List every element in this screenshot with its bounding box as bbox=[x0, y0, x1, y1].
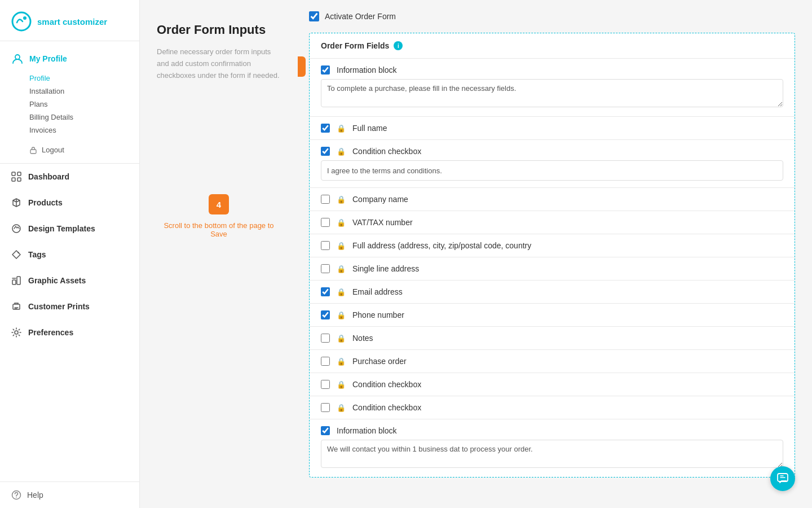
lock-icon-1: 🔒 bbox=[337, 124, 346, 133]
field-label-6: Single line address bbox=[352, 264, 783, 273]
my-profile-label: My Profile bbox=[29, 54, 67, 63]
info-tooltip-icon[interactable]: i bbox=[394, 41, 403, 50]
lock-icon-10: 🔒 bbox=[337, 357, 346, 366]
dashboard-label: Dashboard bbox=[28, 172, 69, 181]
svg-rect-3 bbox=[30, 150, 36, 154]
field-checkbox-6[interactable] bbox=[321, 264, 330, 273]
sidebar-item-graphic-assets[interactable]: Graphic Assets bbox=[0, 268, 139, 294]
main-content: Order Form Inputs Define necessary order… bbox=[140, 0, 812, 508]
field-textarea-0[interactable]: To complete a purchase, please fill in t… bbox=[321, 79, 783, 107]
page-description: Define necessary order form inputs and a… bbox=[157, 46, 281, 81]
profile-user-icon bbox=[11, 52, 24, 65]
sidebar-item-customer-prints[interactable]: Customer Prints bbox=[0, 294, 139, 319]
field-input-2[interactable] bbox=[321, 160, 783, 181]
svg-rect-7 bbox=[17, 178, 21, 181]
lock-icon-6: 🔒 bbox=[337, 265, 346, 273]
sidebar-item-dashboard[interactable]: Dashboard bbox=[0, 164, 139, 190]
svg-rect-10 bbox=[12, 280, 16, 284]
products-label: Products bbox=[28, 198, 63, 207]
activate-order-form-checkbox[interactable] bbox=[309, 11, 319, 21]
chat-icon bbox=[776, 472, 789, 485]
subnav-invoices[interactable]: Invoices bbox=[29, 124, 139, 137]
svg-point-2 bbox=[15, 55, 20, 59]
subnav-billing[interactable]: Billing Details bbox=[29, 111, 139, 124]
svg-rect-5 bbox=[17, 172, 21, 176]
design-templates-icon bbox=[11, 224, 21, 234]
form-panel: 3 Activate Order Form Order Form Fields … bbox=[298, 0, 812, 508]
field-checkbox-0[interactable] bbox=[321, 65, 330, 75]
svg-point-9 bbox=[17, 252, 19, 253]
order-form-fields-title: Order Form Fields bbox=[321, 41, 389, 50]
form-row-11: 🔒 Condition checkbox bbox=[310, 373, 795, 396]
logo-icon bbox=[11, 11, 32, 32]
step-hint: 4 Scroll to the bottom of the page to Sa… bbox=[157, 194, 281, 238]
subnav-profile[interactable]: Profile bbox=[29, 72, 139, 85]
field-checkbox-4[interactable] bbox=[321, 218, 330, 227]
logout-item[interactable]: Logout bbox=[0, 141, 139, 159]
my-profile-nav[interactable]: My Profile bbox=[0, 46, 139, 72]
dashboard-icon bbox=[11, 172, 21, 182]
field-checkbox-1[interactable] bbox=[321, 124, 330, 133]
svg-rect-11 bbox=[17, 277, 20, 284]
field-textarea-13[interactable]: We will contact you within 1 business da… bbox=[321, 440, 783, 468]
field-checkbox-9[interactable] bbox=[321, 334, 330, 343]
field-checkbox-12[interactable] bbox=[321, 403, 330, 412]
field-label-7: Email address bbox=[352, 287, 783, 296]
preferences-icon bbox=[11, 327, 21, 338]
scroll-hint-text: Scroll to the bottom of the page to Save bbox=[157, 221, 281, 238]
lock-icon bbox=[29, 146, 37, 154]
logout-label: Logout bbox=[42, 146, 64, 154]
activate-order-form-row: Activate Order Form bbox=[309, 11, 795, 21]
svg-point-1 bbox=[23, 16, 27, 20]
svg-point-15 bbox=[16, 497, 17, 498]
customer-prints-icon bbox=[11, 301, 21, 312]
activate-order-form-label: Activate Order Form bbox=[325, 12, 396, 21]
form-row-2: 🔒 Condition checkbox bbox=[310, 140, 795, 188]
products-icon bbox=[11, 198, 21, 208]
preferences-label: Preferences bbox=[28, 328, 73, 337]
chat-button[interactable] bbox=[770, 466, 795, 491]
lock-icon-2: 🔒 bbox=[337, 147, 346, 156]
sidebar-item-products[interactable]: Products bbox=[0, 190, 139, 216]
field-label-3: Company name bbox=[352, 195, 783, 204]
sidebar-item-tags[interactable]: Tags bbox=[0, 242, 139, 268]
graphic-assets-label: Graphic Assets bbox=[28, 276, 86, 285]
lock-icon-3: 🔒 bbox=[337, 195, 346, 204]
order-form-fields-section: Order Form Fields i Information block To… bbox=[309, 33, 795, 478]
field-label-8: Phone number bbox=[352, 310, 783, 319]
help-label: Help bbox=[27, 491, 43, 500]
field-checkbox-10[interactable] bbox=[321, 357, 330, 366]
lock-icon-9: 🔒 bbox=[337, 334, 346, 343]
field-label-1: Full name bbox=[352, 124, 783, 133]
step3-badge: 3 bbox=[298, 56, 306, 77]
tags-label: Tags bbox=[28, 250, 46, 259]
field-checkbox-11[interactable] bbox=[321, 380, 330, 389]
sidebar-item-design-templates[interactable]: Design Templates bbox=[0, 216, 139, 242]
my-profile-section: My Profile Profile Installation Plans Bi… bbox=[0, 41, 139, 164]
field-checkbox-2[interactable] bbox=[321, 147, 330, 156]
design-templates-label: Design Templates bbox=[28, 224, 95, 233]
field-label-13: Information block bbox=[337, 426, 783, 435]
step4-badge: 4 bbox=[209, 194, 229, 214]
field-checkbox-3[interactable] bbox=[321, 195, 330, 204]
svg-rect-6 bbox=[12, 178, 15, 181]
page-title: Order Form Inputs bbox=[157, 23, 281, 37]
subnav-installation[interactable]: Installation bbox=[29, 85, 139, 98]
help-item[interactable]: Help bbox=[0, 481, 139, 508]
subnav-plans[interactable]: Plans bbox=[29, 98, 139, 111]
description-panel: Order Form Inputs Define necessary order… bbox=[140, 0, 298, 508]
sidebar-item-preferences[interactable]: Preferences bbox=[0, 319, 139, 345]
svg-point-13 bbox=[15, 331, 18, 334]
field-checkbox-7[interactable] bbox=[321, 287, 330, 296]
lock-icon-7: 🔒 bbox=[337, 288, 346, 296]
customer-prints-label: Customer Prints bbox=[28, 302, 90, 311]
field-label-12: Condition checkbox bbox=[352, 403, 783, 412]
sidebar: smart customizer My Profile Profile Inst… bbox=[0, 0, 140, 508]
svg-point-0 bbox=[12, 12, 30, 30]
form-row-3: 🔒 Company name bbox=[310, 188, 795, 211]
field-checkbox-8[interactable] bbox=[321, 310, 330, 319]
field-checkbox-13[interactable] bbox=[321, 426, 330, 435]
field-checkbox-5[interactable] bbox=[321, 241, 330, 250]
field-label-9: Notes bbox=[352, 334, 783, 343]
svg-rect-4 bbox=[12, 172, 15, 176]
